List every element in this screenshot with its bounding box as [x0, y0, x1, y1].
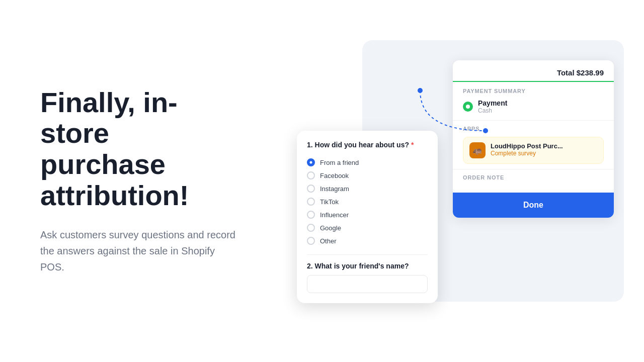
- apps-section-label: APPS: [463, 126, 604, 132]
- radio-circle: [307, 171, 315, 179]
- survey-option[interactable]: From a friend: [307, 156, 428, 169]
- option-label: Influencer: [320, 211, 349, 219]
- left-panel: Finally, in-store purchase attribution! …: [0, 57, 272, 305]
- survey-question-1: 1. How did you hear about us? *: [307, 141, 428, 149]
- headline: Finally, in-store purchase attribution!: [40, 87, 242, 211]
- friend-name-input[interactable]: [307, 275, 428, 293]
- app-name: LoudHippo Post Purc...: [491, 142, 563, 150]
- app-icon: 🦛: [469, 142, 486, 158]
- radio-circle: [307, 224, 315, 232]
- order-note-label: ORDER NOTE: [463, 174, 604, 180]
- survey-options-list: From a friendFacebookInstagramTikTokInfl…: [307, 156, 428, 247]
- pos-receipt-card: Total $238.99 PAYMENT SUMMARY Payment Ca…: [453, 60, 614, 218]
- total-amount: Total $238.99: [453, 60, 614, 82]
- survey-card: 1. How did you hear about us? * From a f…: [297, 131, 438, 303]
- survey-option[interactable]: Google: [307, 221, 428, 234]
- survey-option[interactable]: TikTok: [307, 195, 428, 208]
- survey-question-2: 2. What is your friend's name?: [307, 254, 428, 270]
- radio-circle: [307, 185, 315, 193]
- option-label: Facebook: [320, 172, 349, 179]
- radio-circle: [307, 158, 315, 166]
- apps-section: APPS 🦛 LoudHippo Post Purc... Complete s…: [453, 120, 614, 169]
- radio-circle: [307, 198, 315, 206]
- survey-option[interactable]: Facebook: [307, 169, 428, 182]
- payment-section-label: PAYMENT SUMMARY: [463, 88, 604, 94]
- required-mark: *: [411, 141, 414, 149]
- survey-option[interactable]: Other: [307, 234, 428, 247]
- right-panel: Total $238.99 PAYMENT SUMMARY Payment Ca…: [272, 0, 644, 362]
- done-button[interactable]: Done: [453, 193, 614, 218]
- option-label: Other: [320, 237, 337, 245]
- payment-row: Payment Cash: [463, 99, 604, 114]
- app-action: Complete survey: [491, 150, 563, 157]
- order-note-section: ORDER NOTE: [453, 169, 614, 191]
- survey-option[interactable]: Influencer: [307, 208, 428, 221]
- app-info: LoudHippo Post Purc... Complete survey: [491, 142, 563, 157]
- option-label: Google: [320, 224, 341, 232]
- option-label: Instagram: [320, 185, 349, 193]
- payment-sub: Cash: [478, 107, 507, 114]
- payment-status-dot: [463, 102, 473, 112]
- payment-label: Payment: [478, 99, 507, 107]
- app-card[interactable]: 🦛 LoudHippo Post Purc... Complete survey: [463, 137, 604, 164]
- radio-circle: [307, 237, 315, 245]
- option-label: TikTok: [320, 198, 339, 206]
- payment-info: Payment Cash: [478, 99, 507, 114]
- payment-section: PAYMENT SUMMARY Payment Cash: [453, 82, 614, 120]
- subtext: Ask customers survey questions and recor…: [40, 227, 242, 275]
- option-label: From a friend: [320, 159, 359, 166]
- radio-circle: [307, 211, 315, 219]
- survey-option[interactable]: Instagram: [307, 182, 428, 195]
